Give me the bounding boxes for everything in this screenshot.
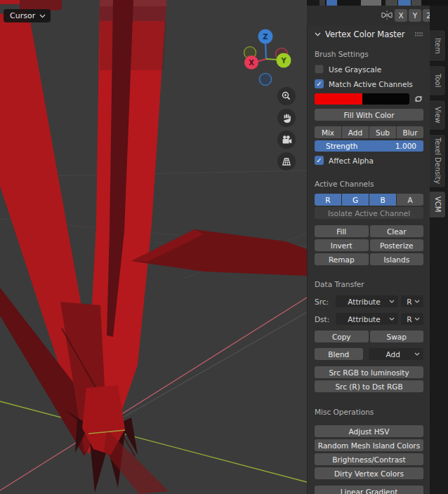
svg-text:Z: Z (263, 33, 268, 41)
topbar-partial (307, 0, 448, 6)
sidebar-panel-region: Vertex Color Master Brush Settings Use G… (307, 25, 430, 494)
tab-view[interactable]: View (430, 100, 446, 131)
mirror-y-button[interactable]: Y (409, 9, 421, 22)
viewport-nav-buttons (277, 87, 296, 171)
movie-camera-icon (281, 135, 293, 145)
misc-operations-heading: Misc Operations (315, 408, 423, 416)
zoom-button[interactable] (277, 87, 296, 105)
linear-gradient-button[interactable]: Linear Gradient (315, 486, 423, 494)
dst-channel-dropdown[interactable]: R (401, 313, 423, 325)
src-channel-dropdown[interactable]: R (401, 295, 423, 307)
blend-mode-add-button[interactable]: Add (342, 126, 369, 138)
dst-label: Dst: (315, 315, 333, 323)
src-layer-dropdown[interactable]: Attribute (336, 295, 398, 307)
swap-button[interactable]: Swap (370, 331, 424, 342)
brightness-contrast-button[interactable]: Brightness/Contrast (315, 453, 423, 465)
affect-alpha-label: Affect Alpha (329, 156, 374, 165)
channel-b-toggle[interactable]: B (369, 194, 396, 206)
gizmo-x-ball[interactable]: X (244, 55, 258, 69)
islands-button[interactable]: Islands (370, 253, 424, 265)
copy-button[interactable]: Copy (315, 331, 369, 342)
blend-mode-dropdown[interactable]: Add (369, 348, 424, 360)
brush-settings-heading: Brush Settings (315, 50, 423, 58)
tab-vcm[interactable]: VCM (430, 191, 446, 218)
blend-mode-sub-button[interactable]: Sub (369, 126, 396, 138)
x-axis-line (0, 298, 307, 490)
blend-mode-mix-button[interactable]: Mix (315, 126, 341, 138)
chevron-down-icon (414, 317, 420, 321)
posterize-button[interactable]: Posterize (370, 239, 424, 251)
chevron-down-icon (39, 14, 46, 18)
panel-collapse-chevron-icon (315, 32, 321, 36)
affect-alpha-row: Affect Alpha (315, 156, 423, 165)
remap-islands-row: Remap Islands (315, 253, 423, 265)
gizmo-z-ball[interactable]: Z (258, 29, 273, 44)
chevron-down-icon (389, 300, 395, 303)
channel-toggle-row: R G B A (315, 194, 423, 206)
gizmo-y-ball[interactable]: Y (277, 53, 291, 68)
remap-button[interactable]: Remap (315, 253, 369, 265)
copy-swap-row: Copy Swap (315, 331, 423, 342)
brush-color-row (315, 93, 423, 105)
mirror-x-button[interactable]: X (395, 9, 407, 22)
src-label: Src: (315, 298, 333, 306)
strength-slider[interactable]: Strength 1.000 (315, 140, 423, 152)
perspective-toggle-button[interactable] (277, 152, 296, 171)
channel-g-toggle[interactable]: G (342, 194, 369, 206)
match-active-channels-label: Match Active Channels (329, 80, 413, 88)
secondary-color-swatch[interactable] (362, 93, 410, 105)
cursor-tool-dropdown[interactable]: Cursor (4, 9, 51, 22)
blend-button[interactable]: Blend (315, 348, 363, 360)
svg-text:Y: Y (280, 57, 286, 65)
adjust-hsv-button[interactable]: Adjust HSV (315, 425, 423, 437)
perspective-grid-icon (281, 156, 292, 167)
svg-text:X: X (249, 59, 254, 67)
swap-colors-button[interactable] (414, 94, 423, 104)
use-grayscale-checkbox[interactable] (315, 65, 324, 74)
sidebar-tab-strip: Item Tool View Texel Density VCM (430, 6, 448, 494)
y-axis-line (0, 401, 307, 482)
invert-posterize-row: Invert Posterize (315, 239, 423, 251)
magnifier-plus-icon (281, 91, 292, 102)
view-axis-gizmo[interactable]: Z X Y (236, 28, 298, 87)
match-active-channels-checkbox[interactable] (315, 79, 324, 88)
mirror-butterfly-icon (381, 9, 393, 21)
panel-header[interactable]: Vertex Color Master (315, 28, 423, 41)
random-mesh-island-colors-button[interactable]: Random Mesh Island Colors (315, 439, 423, 451)
tab-texel-density[interactable]: Texel Density (430, 134, 446, 188)
3d-viewport[interactable]: Cursor Z X Y (0, 0, 307, 494)
channel-a-toggle[interactable]: A (397, 194, 423, 206)
active-channels-heading: Active Channels (315, 180, 423, 188)
cursor-tool-label: Cursor (10, 11, 35, 20)
clear-button[interactable]: Clear (370, 225, 424, 237)
gizmo-minus-z-ball[interactable] (260, 74, 272, 86)
match-active-channels-row: Match Active Channels (315, 79, 423, 88)
panel-title: Vertex Color Master (325, 29, 405, 39)
channel-r-toggle[interactable]: R (315, 194, 341, 206)
hand-icon (281, 112, 293, 124)
strength-label: Strength (326, 142, 357, 150)
src-rgb-to-luminosity-button[interactable]: Src RGB to luminosity (315, 366, 423, 378)
fill-button[interactable]: Fill (315, 225, 369, 237)
dst-layer-dropdown[interactable]: Attribute (336, 313, 398, 325)
tab-tool[interactable]: Tool (430, 65, 446, 96)
blend-row: Blend Add (315, 348, 423, 360)
primary-color-swatch[interactable] (315, 93, 362, 105)
invert-button[interactable]: Invert (315, 239, 369, 251)
tab-item[interactable]: Item (430, 29, 446, 62)
swap-arrows-icon (414, 94, 423, 104)
fill-clear-row: Fill Clear (315, 225, 423, 237)
src-r-to-dst-rgb-button[interactable]: Src (R) to Dst RGB (315, 380, 423, 392)
chevron-down-icon (414, 352, 420, 356)
isolate-active-channel-button[interactable]: Isolate Active Channel (315, 207, 423, 219)
affect-alpha-checkbox[interactable] (315, 156, 324, 165)
dst-row: Dst: Attribute R (315, 313, 423, 325)
viewport-header-right: X Y Z (307, 6, 448, 25)
blend-mode-blur-button[interactable]: Blur (397, 126, 423, 138)
pan-button[interactable] (277, 109, 296, 127)
fill-with-color-button[interactable]: Fill With Color (315, 109, 423, 121)
panel-drag-handle-icon[interactable] (414, 32, 423, 37)
camera-view-button[interactable] (277, 131, 296, 149)
use-grayscale-label: Use Grayscale (329, 65, 381, 74)
dirty-vertex-colors-button[interactable]: Dirty Vertex Colors (315, 467, 423, 479)
